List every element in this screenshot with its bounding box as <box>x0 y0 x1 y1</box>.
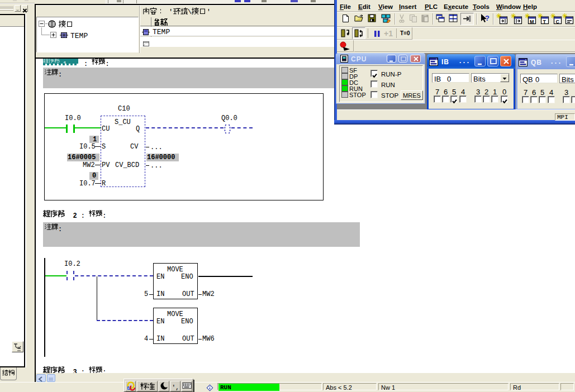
svg-text:?: ? <box>485 14 490 22</box>
svg-text:M: M <box>530 19 534 25</box>
svg-text:T: T <box>543 19 547 25</box>
svg-text:C: C <box>556 19 560 25</box>
